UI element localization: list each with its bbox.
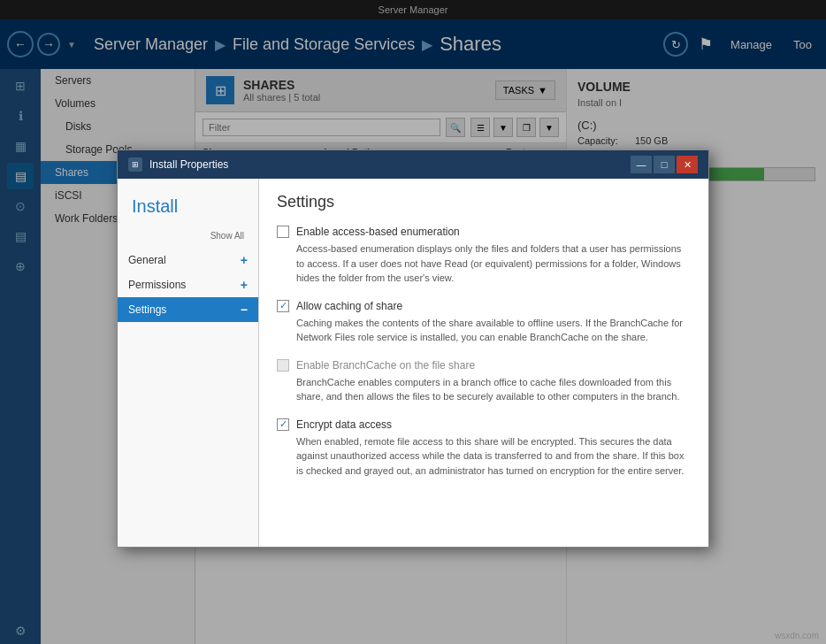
- modal-section-settings-sign: −: [241, 303, 248, 317]
- setting-item-branchcache: Enable BranchCache on the file share Bra…: [277, 359, 691, 404]
- modal-page-title: Install: [118, 189, 258, 231]
- modal-title-icon: ⊞: [128, 157, 142, 172]
- label-caching: Allow caching of share: [296, 300, 402, 312]
- modal-section-permissions-sign: +: [241, 278, 248, 292]
- label-access-enum: Enable access-based enumeration: [296, 226, 460, 238]
- checkbox-branchcache[interactable]: [277, 359, 289, 372]
- desc-access-enum: Access-based enumeration displays only t…: [296, 242, 691, 286]
- modal-section-general-sign: +: [241, 253, 248, 267]
- modal-title: Install Properties: [149, 158, 228, 171]
- modal-minimize-button[interactable]: —: [631, 156, 652, 173]
- modal-section-general-label: General: [128, 254, 166, 266]
- setting-item-caching: Allow caching of share Caching makes the…: [277, 300, 691, 345]
- settings-title: Settings: [277, 193, 691, 211]
- modal-section-settings[interactable]: Settings −: [118, 297, 258, 322]
- watermark: wsxdn.com: [775, 631, 819, 640]
- modal-overlay: ⊞ Install Properties — □ ✕ Install Show …: [0, 0, 826, 644]
- modal-section-permissions[interactable]: Permissions +: [118, 272, 258, 297]
- modal-body: Install Show All General + Permissions +…: [118, 179, 708, 547]
- modal-icon-symbol: ⊞: [132, 160, 139, 169]
- desc-encrypt: When enabled, remote file access to this…: [296, 434, 691, 479]
- desc-branchcache: BranchCache enables computers in a branc…: [296, 375, 691, 404]
- setting-item-access-enum: Enable access-based enumeration Access-b…: [277, 226, 691, 286]
- modal-section-general[interactable]: General +: [118, 248, 258, 272]
- modal-section-settings-label: Settings: [128, 303, 166, 316]
- checkbox-access-enum[interactable]: [277, 226, 289, 238]
- modal-right-content: Settings Enable access-based enumeration…: [259, 179, 708, 547]
- setting-row-caching: Allow caching of share: [277, 300, 691, 312]
- modal-section-permissions-label: Permissions: [128, 279, 186, 291]
- setting-row-access-enum: Enable access-based enumeration: [277, 226, 691, 238]
- setting-row-encrypt: Encrypt data access: [277, 418, 691, 431]
- modal-maximize-button[interactable]: □: [654, 156, 675, 173]
- setting-item-encrypt: Encrypt data access When enabled, remote…: [277, 418, 691, 479]
- label-encrypt: Encrypt data access: [296, 418, 392, 431]
- modal-title-bar: ⊞ Install Properties — □ ✕: [118, 150, 708, 179]
- checkbox-encrypt[interactable]: [277, 418, 289, 431]
- modal-window: ⊞ Install Properties — □ ✕ Install Show …: [117, 150, 709, 548]
- checkbox-caching[interactable]: [277, 300, 289, 312]
- desc-caching: Caching makes the contents of the share …: [296, 316, 691, 345]
- label-branchcache: Enable BranchCache on the file share: [296, 359, 475, 372]
- modal-window-buttons: — □ ✕: [631, 156, 698, 173]
- modal-close-button[interactable]: ✕: [677, 156, 698, 173]
- setting-row-branchcache: Enable BranchCache on the file share: [277, 359, 691, 372]
- modal-left-panel: Install Show All General + Permissions +…: [118, 179, 259, 547]
- modal-show-all[interactable]: Show All: [118, 231, 258, 248]
